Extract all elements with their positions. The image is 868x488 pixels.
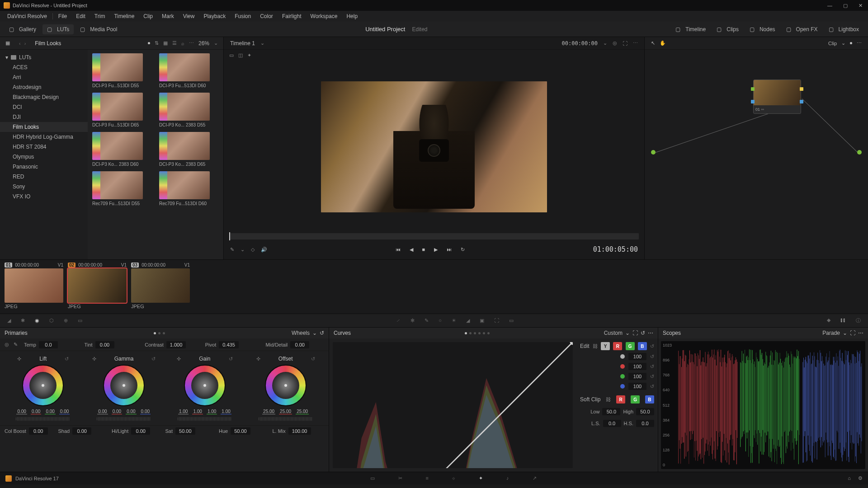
clips-button[interactable]: ▢Clips [712,24,743,34]
chevron-down-icon[interactable]: ⌄ [841,40,845,46]
auto-balance-icon[interactable]: ◎ [5,342,9,347]
shad-value[interactable]: 0.00 [72,427,91,435]
wheel-picker-icon[interactable]: ✜ [17,356,21,362]
corrector-node[interactable]: 01 ▫▫ [753,80,801,114]
timeline-name[interactable]: Timeline 1 [230,40,255,47]
tree-item-dji[interactable]: DJI [0,112,88,122]
blur-tool-icon[interactable]: ▭ [77,317,83,324]
reset-icon[interactable]: ↺ [650,374,654,380]
playhead[interactable] [229,232,230,240]
hilight-value[interactable]: 0.00 [131,427,150,435]
lut-item[interactable]: DCI-P3 Ko... 2383 D60 [92,132,152,167]
tree-item-aces[interactable]: ACES [0,62,88,72]
reset-icon[interactable]: ↺ [650,364,654,370]
nav-forward-button[interactable]: › [24,41,26,46]
nodes-button[interactable]: ▢Nodes [745,24,780,34]
tree-item-panasonic[interactable]: Panasonic [0,162,88,172]
tree-item-astrodesign[interactable]: Astrodesign [0,82,88,92]
expand-icon[interactable]: ⛶ [632,330,638,336]
lut-item[interactable]: DCI-P3 Fu...513DI D60 [159,53,219,88]
high-value[interactable]: 50.0 [636,408,654,415]
parade-scope[interactable]: 10238967686405123842561280 [661,341,865,469]
wheels-tool-icon[interactable]: ◉ [34,317,40,324]
link-icon[interactable]: ⛓ [606,397,611,402]
curves-graph[interactable] [333,342,573,468]
wheel-slider[interactable] [178,417,232,421]
menu-timeline[interactable]: Timeline [109,12,139,21]
lut-item[interactable]: DCI-P3 Ko... 2383 D65 [159,132,219,167]
node-alpha-in-port[interactable] [751,100,755,103]
curves-tool-icon[interactable]: ◢ [6,317,12,324]
split-icon[interactable]: ◫ [238,52,243,58]
expand-icon[interactable]: ⛶ [623,41,627,46]
temp-value[interactable]: 0.0 [39,341,58,348]
middetail-value[interactable]: 0.00 [290,341,309,348]
softclip-g-button[interactable]: G [631,395,640,404]
channel-g-button[interactable]: G [626,342,635,350]
wheel-slider[interactable] [16,417,70,421]
node-output-port[interactable] [800,87,803,91]
colboost-value[interactable]: 0.00 [29,427,48,435]
tree-item-arri[interactable]: Arri [0,72,88,82]
menu-color[interactable]: Color [255,12,278,21]
viewer-image[interactable] [321,81,547,212]
search-icon[interactable]: ⌕ [181,41,184,46]
expand-icon[interactable]: ⛶ [850,330,855,336]
more-icon[interactable]: ⋯ [857,40,862,46]
mediapool-button[interactable]: ▢Media Pool [75,24,122,34]
tree-item-hdr-hybrid-log-gamma[interactable]: HDR Hybrid Log-Gamma [0,132,88,142]
reset-icon[interactable]: ↺ [311,356,315,362]
intensity-r-value[interactable]: 100 [628,363,646,370]
prev-frame-button[interactable]: ◀ [409,246,414,253]
node-alpha-out-port[interactable] [800,100,803,103]
eye-icon[interactable]: ◎ [613,40,617,46]
source-node-port[interactable] [651,150,656,155]
more-icon[interactable]: ⋯ [189,40,194,46]
more-icon[interactable]: ⋯ [648,330,653,336]
lmix-value[interactable]: 100.00 [288,427,311,435]
settings-icon[interactable]: ⚙ [858,475,863,481]
sat-value[interactable]: 50.00 [175,427,195,435]
channel-b-button[interactable]: B [638,342,647,350]
menu-davinci-resolve[interactable]: DaVinci Resolve [3,12,52,21]
openfx-button[interactable]: ▢Open FX [782,24,822,34]
scopes-icon[interactable]: ⫿⫿ [840,316,847,325]
key-icon[interactable]: ☀ [451,317,457,324]
tree-item-sony[interactable]: Sony [0,182,88,192]
pivot-value[interactable]: 0.435 [219,341,239,348]
softclip-r-button[interactable]: R [616,395,625,404]
window-close-button[interactable]: ✕ [857,2,864,9]
tree-item-hdr-st-2084[interactable]: HDR ST 2084 [0,142,88,152]
wheel-slider[interactable] [259,417,313,421]
page-dot[interactable] [148,42,150,44]
chevron-down-icon[interactable]: ⌄ [241,247,245,253]
wheel-values[interactable]: 1.001.001.001.00 [178,409,231,414]
output-node-port[interactable] [857,150,862,155]
menu-workspace[interactable]: Workspace [306,12,342,21]
primaries-mode[interactable]: Wheels [292,330,310,336]
reset-icon[interactable]: ↺ [65,356,69,362]
scopes-mode[interactable]: Parade [822,330,840,336]
curve-icon[interactable]: ⟋ [395,317,401,324]
wheel-values[interactable]: 25.0025.0025.00 [262,409,309,414]
wheel-values[interactable]: 0.000.000.000.00 [16,409,70,414]
tree-item-red[interactable]: RED [0,172,88,182]
tree-root[interactable]: ▾LUTs [0,52,88,62]
highlight-icon[interactable]: ▭ [229,52,234,58]
reset-icon[interactable]: ↺ [650,384,654,389]
more-icon[interactable]: ⋯ [633,40,638,46]
edit-page-icon[interactable]: ≡ [423,474,431,482]
lut-item[interactable]: Rec709 Fu...513DI D60 [159,171,219,206]
picker-icon[interactable]: ✎ [230,247,234,253]
timeline-button[interactable]: ▢Timeline [671,24,710,34]
info-icon[interactable]: ⓘ [855,316,862,325]
intensity-y-value[interactable]: 100 [628,353,646,360]
viewer-timecode[interactable]: 00:00:00:00 [562,40,598,47]
channel-r-button[interactable]: R [613,342,622,350]
reset-icon[interactable]: ↺ [650,343,654,349]
sizing-icon[interactable]: ◢ [465,317,471,324]
tint-value[interactable]: 0.00 [95,341,114,348]
clip-item[interactable]: 0100:00:00:00V1JPEG [5,263,63,309]
lightbox-button[interactable]: ▢Lightbox [824,24,863,34]
link-icon[interactable]: ⛓ [593,343,598,349]
